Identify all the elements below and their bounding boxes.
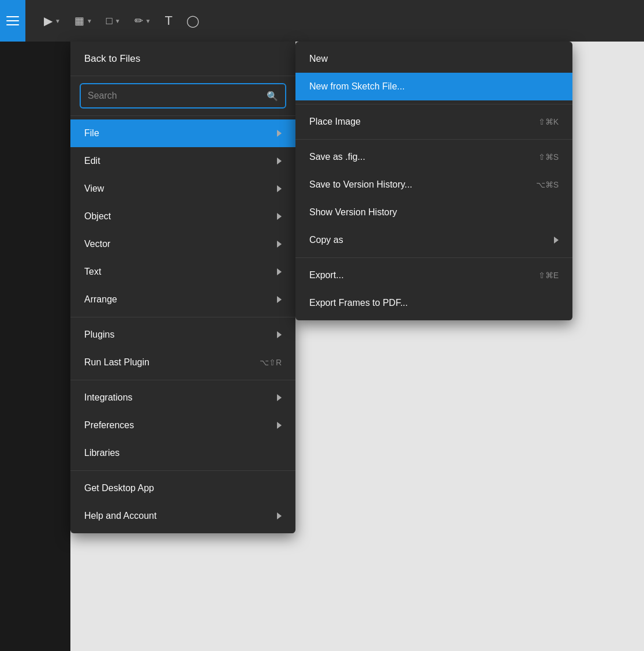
- search-container: 🔍: [70, 76, 295, 116]
- menu-item-integrations[interactable]: Integrations: [70, 384, 295, 411]
- comment-icon: ◯: [186, 14, 199, 28]
- menu-item-run-last-plugin[interactable]: Run Last Plugin ⌥⇧R: [70, 349, 295, 376]
- menu-item-view[interactable]: View: [70, 175, 295, 203]
- save-fig-shortcut: ⇧⌘S: [538, 152, 559, 162]
- submenu-item-copy-as[interactable]: Copy as: [295, 226, 572, 254]
- menu-item-arrange-label: Arrange: [84, 294, 117, 305]
- export-shortcut: ⇧⌘E: [538, 271, 559, 280]
- menu-item-get-desktop-app-label: Get Desktop App: [84, 483, 154, 493]
- submenu-item-save-version[interactable]: Save to Version History... ⌥⌘S: [295, 171, 572, 199]
- menu-item-view-label: View: [84, 184, 104, 194]
- menu-item-edit-label: Edit: [84, 156, 100, 166]
- menu-item-file[interactable]: File: [70, 119, 295, 147]
- submenu-item-new-label: New: [309, 54, 328, 64]
- search-icon: 🔍: [267, 91, 278, 102]
- submenu-item-export-frames-pdf[interactable]: Export Frames to PDF...: [295, 289, 572, 317]
- text-icon: T: [165, 13, 173, 28]
- shape-tool[interactable]: □ ▼: [106, 15, 121, 27]
- submenu-sep-1: [295, 104, 572, 104]
- object-chevron-icon: [277, 213, 282, 220]
- menu-item-preferences-label: Preferences: [84, 420, 134, 431]
- file-chevron-icon: [277, 130, 282, 137]
- menu-item-vector[interactable]: Vector: [70, 230, 295, 258]
- submenu-item-copy-as-label: Copy as: [309, 235, 343, 245]
- arrange-chevron-icon: [277, 296, 282, 303]
- text-chevron-icon: [277, 268, 282, 275]
- left-panel: [0, 42, 70, 651]
- tool-group: ▶ ▼ ▦ ▼ □ ▼ ✏︎ ▼ T ◯: [44, 13, 199, 28]
- menu-item-edit[interactable]: Edit: [70, 147, 295, 175]
- plugins-chevron-icon: [277, 331, 282, 338]
- menu-item-arrange[interactable]: Arrange: [70, 286, 295, 313]
- help-account-chevron-icon: [277, 512, 282, 519]
- toolbar: ▶ ▼ ▦ ▼ □ ▼ ✏︎ ▼ T ◯: [0, 0, 644, 42]
- menu-item-libraries-label: Libraries: [84, 448, 119, 458]
- place-image-shortcut: ⇧⌘K: [538, 117, 559, 126]
- hamburger-icon: [6, 16, 19, 25]
- submenu-item-save-fig-label: Save as .fig...: [309, 152, 365, 162]
- menu-item-object-label: Object: [84, 211, 111, 222]
- submenu-item-place-image[interactable]: Place Image ⇧⌘K: [295, 108, 572, 136]
- submenu-item-show-version[interactable]: Show Version History: [295, 199, 572, 226]
- menu-item-run-last-plugin-label: Run Last Plugin: [84, 357, 149, 368]
- menu-item-vector-label: Vector: [84, 239, 110, 249]
- hamburger-button[interactable]: [0, 0, 25, 42]
- select-tool[interactable]: ▶ ▼: [44, 14, 61, 28]
- menu-section-footer: Get Desktop App Help and Account: [70, 471, 295, 533]
- frame-icon: ▦: [74, 14, 84, 27]
- save-version-shortcut: ⌥⌘S: [536, 180, 559, 189]
- run-last-plugin-shortcut: ⌥⇧R: [260, 358, 282, 367]
- submenu-item-new-from-sketch[interactable]: New from Sketch File...: [295, 73, 572, 100]
- submenu-sep-2: [295, 139, 572, 140]
- submenu-item-export-label: Export...: [309, 270, 344, 280]
- vector-chevron-icon: [277, 241, 282, 248]
- main-menu: Back to Files 🔍 File Edit View Object Ve…: [70, 42, 295, 533]
- select-icon: ▶: [44, 14, 53, 28]
- back-to-files-label: Back to Files: [84, 53, 140, 65]
- menu-item-help-account[interactable]: Help and Account: [70, 502, 295, 530]
- preferences-chevron-icon: [277, 422, 282, 429]
- menu-item-help-account-label: Help and Account: [84, 511, 156, 521]
- edit-chevron-icon: [277, 158, 282, 164]
- menu-item-preferences[interactable]: Preferences: [70, 411, 295, 439]
- search-input[interactable]: [88, 91, 267, 101]
- submenu-item-save-fig[interactable]: Save as .fig... ⇧⌘S: [295, 143, 572, 171]
- menu-item-text-label: Text: [84, 267, 101, 277]
- copy-as-chevron-icon: [554, 237, 559, 244]
- menu-item-plugins[interactable]: Plugins: [70, 321, 295, 349]
- comment-tool[interactable]: ◯: [186, 14, 199, 28]
- submenu-item-save-version-label: Save to Version History...: [309, 179, 412, 190]
- submenu-item-export[interactable]: Export... ⇧⌘E: [295, 261, 572, 289]
- back-to-files-item[interactable]: Back to Files: [70, 42, 295, 76]
- view-chevron-icon: [277, 185, 282, 192]
- pen-tool[interactable]: ✏︎ ▼: [134, 14, 151, 27]
- submenu-item-new[interactable]: New: [295, 45, 572, 73]
- menu-item-plugins-label: Plugins: [84, 330, 114, 340]
- submenu-item-new-from-sketch-label: New from Sketch File...: [309, 81, 405, 92]
- select-chevron: ▼: [55, 18, 61, 24]
- submenu-item-place-image-label: Place Image: [309, 117, 361, 127]
- menu-section-main: File Edit View Object Vector Text Arrang…: [70, 116, 295, 317]
- submenu-sep-3: [295, 257, 572, 258]
- menu-item-integrations-label: Integrations: [84, 392, 133, 403]
- shape-chevron: ▼: [115, 18, 121, 24]
- menu-item-object[interactable]: Object: [70, 203, 295, 230]
- submenu-item-export-frames-pdf-label: Export Frames to PDF...: [309, 298, 408, 308]
- pen-icon: ✏︎: [134, 14, 143, 27]
- menu-item-libraries[interactable]: Libraries: [70, 439, 295, 467]
- menu-item-text[interactable]: Text: [70, 258, 295, 286]
- submenu-item-show-version-label: Show Version History: [309, 207, 397, 218]
- menu-item-get-desktop-app[interactable]: Get Desktop App: [70, 474, 295, 502]
- pen-chevron: ▼: [145, 18, 151, 24]
- menu-section-plugins: Plugins Run Last Plugin ⌥⇧R: [70, 317, 295, 380]
- file-submenu: New New from Sketch File... Place Image …: [295, 42, 572, 320]
- menu-item-file-label: File: [84, 128, 99, 139]
- text-tool[interactable]: T: [165, 13, 173, 28]
- integrations-chevron-icon: [277, 394, 282, 401]
- menu-section-integrations: Integrations Preferences Libraries: [70, 380, 295, 471]
- search-wrapper[interactable]: 🔍: [80, 83, 286, 108]
- shape-icon: □: [106, 15, 113, 27]
- frame-tool[interactable]: ▦ ▼: [74, 14, 92, 27]
- frame-chevron: ▼: [87, 18, 92, 24]
